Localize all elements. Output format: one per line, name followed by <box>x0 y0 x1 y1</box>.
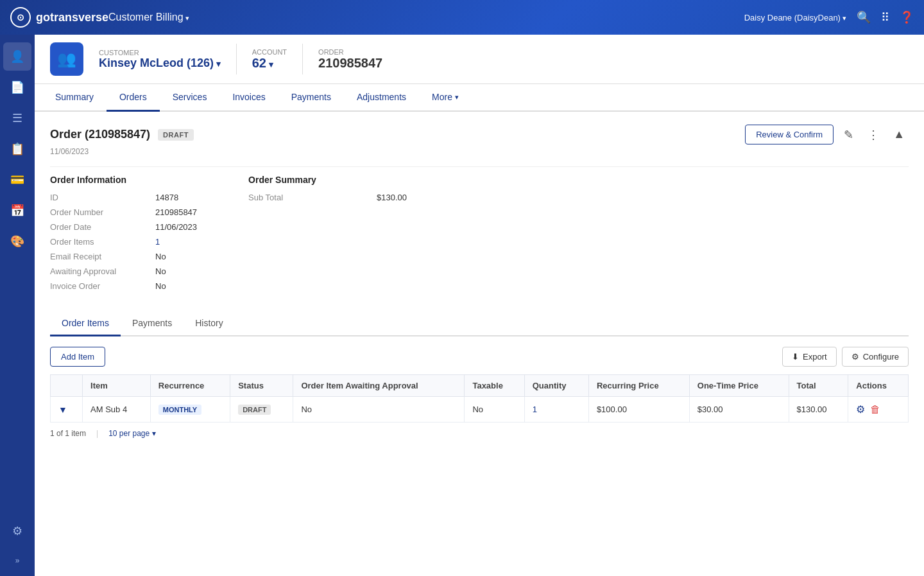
export-label: Export <box>803 352 827 362</box>
order-info-section: Order Information ID 14878 Order Number … <box>50 175 197 296</box>
sidebar-bottom: ⚙ » <box>3 517 31 568</box>
row-status: DRAFT <box>230 397 293 423</box>
order-items-value[interactable]: 1 <box>155 237 160 247</box>
expand-row-icon[interactable]: ▼ <box>58 405 67 415</box>
page-content: Order (210985847) DRAFT Review & Confirm… <box>35 112 924 451</box>
customer-info: CUSTOMER Kinsey McLeod (126) <box>99 49 221 70</box>
id-value: 14878 <box>155 193 178 202</box>
configure-label: Configure <box>863 352 899 362</box>
email-receipt-value: No <box>155 252 166 261</box>
more-options-icon[interactable]: ⋮ <box>864 125 883 144</box>
order-label: ORDER <box>318 48 382 56</box>
subtotal-value: $130.00 <box>377 193 407 202</box>
sidebar-item-palette[interactable]: 🎨 <box>3 227 31 256</box>
order-title-row: Order (210985847) DRAFT <box>50 128 194 141</box>
row-actions: ⚙ 🗑 <box>848 397 909 423</box>
tab-more[interactable]: More▾ <box>419 84 472 112</box>
account-number[interactable]: 62 <box>252 56 287 71</box>
col-status: Status <box>230 375 293 397</box>
order-header: Order (210985847) DRAFT Review & Confirm… <box>50 125 909 144</box>
order-summary-heading: Order Summary <box>248 175 407 185</box>
download-icon: ⬇ <box>792 352 799 362</box>
app-title[interactable]: Customer Billing <box>108 12 189 23</box>
divider-account-order <box>302 44 303 74</box>
sidebar-item-settings[interactable]: ⚙ <box>3 517 31 545</box>
col-total: Total <box>789 375 848 397</box>
account-label: ACCOUNT <box>252 48 287 56</box>
order-summary-section: Order Summary Sub Total $130.00 <box>248 175 407 296</box>
info-row-order-number: Order Number 210985847 <box>50 207 197 217</box>
awaiting-approval-value: No <box>155 266 166 276</box>
tab-adjustments[interactable]: Adjustments <box>344 84 419 112</box>
sidebar-expand-button[interactable]: » <box>3 553 31 568</box>
sidebar-item-users[interactable]: 👤 <box>3 42 31 71</box>
row-recurrence: MONTHLY <box>150 397 230 423</box>
customer-header: 👥 CUSTOMER Kinsey McLeod (126) ACCOUNT 6… <box>35 35 924 84</box>
sub-tab-history[interactable]: History <box>184 311 235 336</box>
row-settings-icon[interactable]: ⚙ <box>856 403 865 415</box>
customer-label: CUSTOMER <box>99 49 221 57</box>
help-icon[interactable]: ❓ <box>900 10 914 24</box>
logo[interactable]: ⊙ gotransverse <box>10 7 108 28</box>
sub-tab-order-items[interactable]: Order Items <box>50 311 121 336</box>
sub-tabs: Order Items Payments History <box>50 311 909 336</box>
configure-button[interactable]: ⚙ Configure <box>842 347 909 367</box>
table-actions: Add Item ⬇ Export ⚙ Configure <box>50 347 909 367</box>
sub-tab-payments[interactable]: Payments <box>121 311 184 336</box>
sidebar-item-calendar[interactable]: 📅 <box>3 196 31 225</box>
info-row-order-date: Order Date 11/06/2023 <box>50 222 197 232</box>
info-row-invoice-order: Invoice Order No <box>50 281 197 291</box>
sidebar-item-invoice[interactable]: 📋 <box>3 135 31 163</box>
col-recurrence: Recurrence <box>150 375 230 397</box>
order-date-label: Order Date <box>50 222 140 232</box>
order-info-heading: Order Information <box>50 175 197 185</box>
configure-icon: ⚙ <box>851 352 859 362</box>
per-page-selector[interactable]: 10 per page <box>108 429 155 438</box>
user-menu[interactable]: Daisy Deane (DaisyDean) <box>744 13 846 22</box>
logo-text: gotransverse <box>36 11 108 24</box>
subtotal-label: Sub Total <box>248 193 325 202</box>
table-row: ▼ AM Sub 4 MONTHLY DRAFT No No 1 <box>51 397 909 423</box>
row-awaiting-approval: No <box>293 397 465 423</box>
status-badge: DRAFT <box>238 405 271 415</box>
collapse-icon[interactable]: ▲ <box>889 125 909 144</box>
order-title: Order (210985847) <box>50 128 150 141</box>
pagination-info: 1 of 1 item <box>50 429 86 438</box>
tab-orders[interactable]: Orders <box>107 84 160 112</box>
col-taxable: Taxable <box>465 375 524 397</box>
col-awaiting-approval: Order Item Awaiting Approval <box>293 375 465 397</box>
id-label: ID <box>50 193 140 202</box>
email-receipt-label: Email Receipt <box>50 252 140 261</box>
order-date: 11/06/2023 <box>50 147 909 156</box>
sidebar-item-card[interactable]: 💳 <box>3 166 31 194</box>
tab-summary[interactable]: Summary <box>42 84 107 112</box>
order-actions: Review & Confirm ✎ ⋮ ▲ <box>745 125 909 144</box>
col-item: Item <box>83 375 151 397</box>
order-number-label: Order Number <box>50 207 140 217</box>
content-area: 👥 CUSTOMER Kinsey McLeod (126) ACCOUNT 6… <box>35 35 924 576</box>
tab-services[interactable]: Services <box>160 84 220 112</box>
row-item-name: AM Sub 4 <box>83 397 151 423</box>
search-icon[interactable]: 🔍 <box>857 10 871 24</box>
row-one-time-price: $30.00 <box>689 397 789 423</box>
order-info-header: ORDER 210985847 <box>318 48 382 71</box>
tab-invoices[interactable]: Invoices <box>219 84 278 112</box>
row-delete-icon[interactable]: 🗑 <box>870 404 880 415</box>
grid-icon[interactable]: ⠿ <box>881 10 889 24</box>
sidebar-item-list[interactable]: ☰ <box>3 104 31 132</box>
order-date-value: 11/06/2023 <box>155 222 197 232</box>
account-info: ACCOUNT 62 <box>252 48 287 71</box>
export-button[interactable]: ⬇ Export <box>782 347 837 367</box>
order-items-label: Order Items <box>50 237 140 247</box>
tab-payments[interactable]: Payments <box>278 84 344 112</box>
customer-name[interactable]: Kinsey McLeod (126) <box>99 57 221 70</box>
order-number-header: 210985847 <box>318 56 382 71</box>
order-number-value: 210985847 <box>155 207 197 217</box>
edit-icon[interactable]: ✎ <box>840 125 857 144</box>
summary-row-subtotal: Sub Total $130.00 <box>248 193 407 202</box>
add-item-button[interactable]: Add Item <box>50 347 105 367</box>
quantity-link[interactable]: 1 <box>533 405 537 414</box>
review-confirm-button[interactable]: Review & Confirm <box>745 125 834 144</box>
action-icons: ⚙ 🗑 <box>856 403 900 415</box>
sidebar-item-documents[interactable]: 📄 <box>3 73 31 101</box>
